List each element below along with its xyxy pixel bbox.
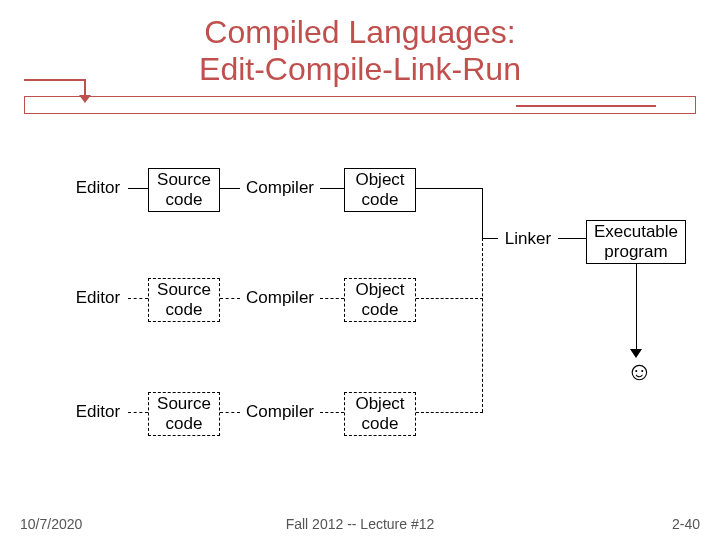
connector — [320, 298, 344, 299]
title-outbound-line — [516, 105, 656, 107]
source-code-box-1: Source code — [148, 168, 220, 212]
source-code-box-2: Source code — [148, 278, 220, 322]
compiler-label-2: Compiler — [240, 278, 320, 318]
connector — [416, 298, 483, 299]
connector — [416, 412, 483, 413]
connector — [482, 238, 483, 412]
connector — [220, 298, 240, 299]
connector — [320, 412, 344, 413]
object-code-box-3: Object code — [344, 392, 416, 436]
connector — [558, 238, 586, 239]
compiler-label-1: Compiler — [240, 168, 320, 208]
connector — [636, 264, 637, 350]
connector — [128, 188, 148, 189]
object-code-box-1: Object code — [344, 168, 416, 212]
connector — [482, 188, 483, 238]
footer-page-number: 2-40 — [672, 516, 700, 532]
source-code-box-3: Source code — [148, 392, 220, 436]
executable-box: Executable program — [586, 220, 686, 264]
compiler-label-3: Compiler — [240, 392, 320, 432]
editor-label-3: Editor — [68, 392, 128, 432]
editor-label-2: Editor — [68, 278, 128, 318]
smiley-icon: ☺ — [626, 356, 653, 387]
connector — [128, 412, 148, 413]
connector — [220, 412, 240, 413]
connector — [220, 188, 240, 189]
connector — [482, 238, 498, 239]
object-code-box-2: Object code — [344, 278, 416, 322]
title-inbound-arrow — [24, 79, 94, 105]
editor-label-1: Editor — [68, 168, 128, 208]
slide-title: Compiled Languages: Edit-Compile-Link-Ru… — [0, 0, 720, 88]
title-line-1: Compiled Languages: — [204, 14, 515, 50]
connector — [320, 188, 344, 189]
linker-label: Linker — [498, 224, 558, 254]
footer-lecture: Fall 2012 -- Lecture #12 — [0, 516, 720, 532]
title-line-2: Edit-Compile-Link-Run — [199, 51, 521, 87]
connector — [128, 298, 148, 299]
connector — [416, 188, 483, 189]
